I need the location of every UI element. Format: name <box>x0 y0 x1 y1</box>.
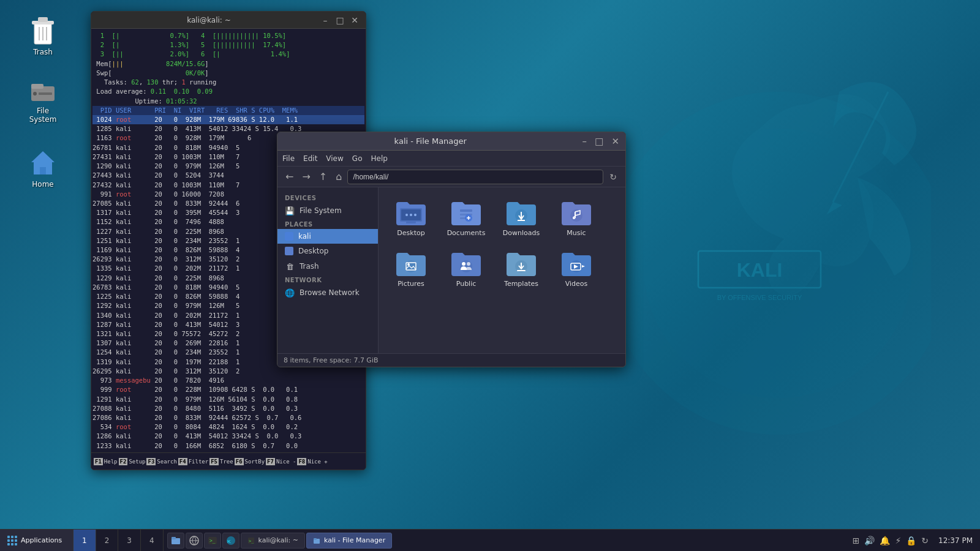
fm-menubar: File Edit View Go Help <box>277 151 625 167</box>
fm-sidebar-desktop[interactable]: Desktop <box>277 244 378 258</box>
svg-text:>_: >_ <box>249 539 254 544</box>
taskbar-window-buttons: >_ K >_ kali@kali: ~ kali - File Manager <box>164 530 845 551</box>
fm-sidebar-browse-network-label: Browse Network <box>300 288 360 297</box>
taskbar: Applications 1 2 3 4 >_ K <box>0 529 980 551</box>
svg-text:>_: >_ <box>209 538 216 544</box>
svg-point-35 <box>460 260 472 272</box>
workspace-btn-4[interactable]: 4 <box>141 530 164 551</box>
folder-pictures[interactable]: Pictures <box>386 246 436 291</box>
tray-power-icon[interactable]: ⚡ <box>895 536 901 545</box>
fm-back-btn[interactable]: ← <box>282 169 296 184</box>
workspace-btn-1[interactable]: 1 <box>74 530 96 551</box>
fm-menu-view[interactable]: View <box>326 154 343 163</box>
tray-windows-icon[interactable]: ⊞ <box>853 536 860 545</box>
svg-rect-18 <box>40 167 46 174</box>
fm-toolbar: ← → ↑ ⌂ ↻ <box>277 167 625 187</box>
fm-status-text: 8 items, Free space: 7.7 GiB <box>284 356 379 364</box>
taskbar-filemanager-label: kali - File Manager <box>324 536 385 544</box>
terminal-footer: F1Help F2Setup F3Search F4Filter F5Tree … <box>91 452 366 470</box>
fm-sidebar-trash-label: Trash <box>300 262 319 271</box>
kali-folder-icon <box>285 232 293 241</box>
folder-videos[interactable]: Videos <box>551 246 601 291</box>
svg-point-32 <box>405 260 417 272</box>
folder-public-label: Public <box>456 280 477 288</box>
filesystem-desktop-icon[interactable]: File System <box>18 71 67 127</box>
trash-sidebar-icon: 🗑 <box>285 261 295 271</box>
terminal-title: kali@kali: ~ <box>97 16 320 24</box>
trash-desktop-icon[interactable]: Trash <box>18 12 67 60</box>
desktop-sidebar-icon <box>285 247 293 255</box>
svg-rect-55 <box>314 538 317 540</box>
fm-maximize-btn[interactable]: □ <box>595 136 603 147</box>
taskbar-btn-filemanager[interactable]: kali - File Manager <box>306 533 392 549</box>
svg-rect-9 <box>38 17 48 22</box>
taskbar-btn-terminal[interactable]: >_ kali@kali: ~ <box>241 533 305 549</box>
tray-refresh-icon[interactable]: ↻ <box>921 536 929 545</box>
fm-close-btn[interactable]: ✕ <box>611 136 619 147</box>
fm-sidebar-kali[interactable]: kali <box>277 229 378 244</box>
filesystem-label: File System <box>22 107 64 124</box>
tray-clock: 12:37 PM <box>933 536 973 545</box>
fm-sidebar-trash[interactable]: 🗑 Trash <box>277 258 378 274</box>
fm-refresh-btn[interactable]: ↻ <box>606 170 620 184</box>
fm-home-btn[interactable]: ⌂ <box>333 169 345 184</box>
svg-rect-16 <box>39 92 52 95</box>
taskbar-tray: ⊞ 🔊 🔔 ⚡ 🔒 ↻ 12:37 PM <box>845 530 980 551</box>
tray-speaker-icon[interactable]: 🔊 <box>864 536 875 545</box>
fm-sidebar-browse-network[interactable]: 🌐 Browse Network <box>277 285 378 301</box>
fm-menu-edit[interactable]: Edit <box>303 154 317 163</box>
fm-sidebar-filesystem[interactable]: 💾 File System <box>277 203 378 219</box>
fm-menu-go[interactable]: Go <box>352 154 363 163</box>
terminal-maximize-btn[interactable]: □ <box>335 15 345 25</box>
folder-music[interactable]: Music <box>551 195 601 241</box>
fm-network-header: NETWORK <box>277 274 378 285</box>
svg-rect-25 <box>460 209 472 212</box>
trash-icon <box>28 16 58 45</box>
fm-forward-btn[interactable]: → <box>299 169 313 184</box>
terminal-controls: – □ ✕ <box>320 15 360 25</box>
applications-button[interactable]: Applications <box>0 530 74 551</box>
terminal-minimize-btn[interactable]: – <box>320 15 330 25</box>
svg-point-23 <box>410 214 412 216</box>
folder-templates[interactable]: Templates <box>496 246 546 291</box>
taskbar-btn-terminal-small[interactable]: >_ <box>204 533 221 549</box>
fm-menu-help[interactable]: Help <box>371 154 387 163</box>
fm-address-input[interactable] <box>347 170 603 184</box>
folder-documents[interactable]: Documents <box>441 195 491 241</box>
folder-pictures-label: Pictures <box>398 280 424 288</box>
folder-public[interactable]: Public <box>441 246 491 291</box>
applications-label: Applications <box>21 536 62 544</box>
fm-menu-file[interactable]: File <box>282 154 295 163</box>
folder-templates-label: Templates <box>504 280 538 288</box>
svg-point-24 <box>414 214 417 216</box>
svg-point-22 <box>405 214 408 216</box>
fm-title: kali - File Manager <box>284 137 578 146</box>
kali-watermark: KALI BY OFFENSIVE SECURITY <box>625 31 931 459</box>
taskbar-btn-kali[interactable]: K <box>222 533 239 549</box>
terminal-close-btn[interactable]: ✕ <box>350 15 360 25</box>
taskbar-btn-filemanager-small[interactable] <box>167 533 184 549</box>
folder-downloads[interactable]: Downloads <box>496 195 546 241</box>
fm-sidebar: DEVICES 💾 File System PLACES kali Deskto… <box>277 187 379 353</box>
folder-desktop-label: Desktop <box>397 229 424 237</box>
svg-rect-39 <box>517 270 526 271</box>
terminal-titlebar: kali@kali: ~ – □ ✕ <box>91 12 366 29</box>
svg-rect-21 <box>406 222 416 223</box>
workspace-btn-2[interactable]: 2 <box>96 530 119 551</box>
svg-point-36 <box>462 262 466 266</box>
taskbar-btn-browser[interactable] <box>186 533 203 549</box>
tray-lock-icon[interactable]: 🔒 <box>906 536 916 545</box>
fm-minimize-btn[interactable]: – <box>582 136 587 147</box>
workspace-btn-3[interactable]: 3 <box>118 530 141 551</box>
fm-devices-header: DEVICES <box>277 192 378 203</box>
svg-text:K: K <box>227 539 231 544</box>
fm-up-btn[interactable]: ↑ <box>316 169 330 184</box>
folder-desktop[interactable]: Desktop <box>386 195 436 241</box>
tray-bell-icon[interactable]: 🔔 <box>880 536 890 545</box>
folder-documents-label: Documents <box>447 229 486 237</box>
svg-point-34 <box>407 263 410 266</box>
folder-downloads-label: Downloads <box>503 229 540 237</box>
fm-content: DEVICES 💾 File System PLACES kali Deskto… <box>277 187 625 353</box>
home-desktop-icon[interactable]: Home <box>18 144 67 192</box>
filesystem-sidebar-icon: 💾 <box>285 206 295 216</box>
